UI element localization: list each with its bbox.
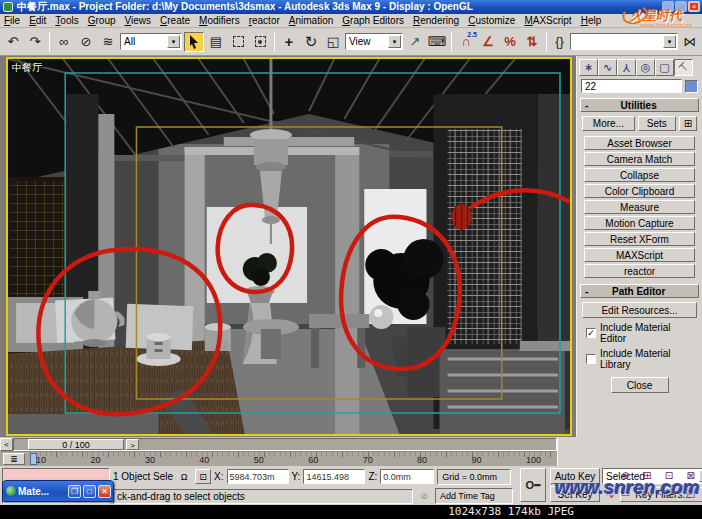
time-slider-track[interactable]: 0 / 100 > [13, 438, 557, 451]
command-panel: ∗ ∿ Y ◎ ▢ ⊤ 22 - Utilities More... Sets … [576, 56, 702, 466]
add-time-tag[interactable]: Add Time Tag [435, 488, 513, 504]
menu-create[interactable]: Create [160, 15, 190, 26]
toolbar-separator [546, 32, 547, 52]
track-bar-ticks: 1020 3040 5060 7080 90100 [36, 455, 541, 465]
set-keys-button[interactable]: O┅ [520, 468, 546, 502]
time-slider-thumb[interactable]: 0 / 100 [28, 439, 124, 450]
keyboard-shortcut-override-icon[interactable]: ⌨ [427, 32, 447, 52]
select-and-move-icon[interactable]: + [279, 32, 299, 52]
select-and-scale-icon[interactable]: ◱ [323, 32, 343, 52]
menu-views[interactable]: Views [125, 15, 152, 26]
selection-lock-icon[interactable]: Ω [176, 469, 192, 484]
y-label: Y: [292, 471, 301, 482]
asset-browser-button[interactable]: Asset Browser [584, 136, 695, 150]
tab-motion-icon[interactable]: ◎ [636, 59, 655, 76]
absolute-mode-icon[interactable]: ⊡ [195, 469, 211, 484]
undo-icon[interactable]: ↶ [3, 32, 23, 52]
motion-capture-button[interactable]: Motion Capture [584, 216, 695, 230]
utilities-rollout: - Utilities More... Sets ⊞ Asset Browser… [580, 98, 699, 281]
tab-create-icon[interactable]: ∗ [579, 59, 598, 76]
select-by-name-icon[interactable]: ▤ [206, 32, 226, 52]
unlink-selection-icon[interactable]: ⊘ [76, 32, 96, 52]
reactor-button[interactable]: reactor [584, 264, 695, 278]
menu-graph-editors[interactable]: Graph Editors [342, 15, 404, 26]
mirror-icon[interactable]: ⋈ [680, 32, 700, 52]
track-bar[interactable]: ≣ 1020 3040 5060 7080 90100 [0, 451, 557, 466]
color-clipboard-button[interactable]: Color Clipboard [584, 184, 695, 198]
window-crossing-icon[interactable] [250, 32, 270, 52]
include-material-library-label: Include Material Library [600, 348, 697, 370]
menu-maxscript[interactable]: MAXScript [524, 15, 571, 26]
chevron-down-icon: ▾ [167, 35, 180, 48]
tab-utilities-icon[interactable]: ⊤ [674, 59, 693, 76]
close-button[interactable]: Close [611, 377, 669, 393]
sets-button[interactable]: Sets [638, 116, 676, 131]
utilities-window-icon[interactable]: ⊞ [679, 116, 697, 131]
selection-filter-dropdown[interactable]: All ▾ [120, 33, 182, 50]
measure-button[interactable]: Measure [584, 200, 695, 214]
more-button[interactable]: More... [582, 116, 635, 131]
time-next-button[interactable]: > [126, 439, 139, 450]
camera-match-button[interactable]: Camera Match [584, 152, 695, 166]
x-label: X: [214, 471, 223, 482]
maximize-icon[interactable]: □ [83, 485, 96, 498]
viewport-label: 中餐厅 [12, 61, 42, 75]
menu-file[interactable]: File [4, 15, 20, 26]
menu-tools[interactable]: Tools [55, 15, 78, 26]
menu-animation[interactable]: Animation [289, 15, 333, 26]
percent-snap-icon[interactable]: % [500, 32, 520, 52]
logo-url: www.hxsd.com.cn [640, 22, 692, 28]
hxsd-logo-watermark: × 火星时代 www.hxsd.com.cn [624, 0, 702, 34]
minimized-material-editor-window[interactable]: Mate... ❐ □ ✕ [2, 480, 114, 502]
color-swatch[interactable] [685, 80, 698, 93]
menu-help[interactable]: Help [581, 15, 602, 26]
reset-xform-button[interactable]: Reset XForm [584, 232, 695, 246]
z-coordinate-field[interactable]: 0.0mm [380, 469, 434, 484]
select-object-icon[interactable] [184, 32, 204, 52]
menu-modifiers[interactable]: Modifiers [199, 15, 240, 26]
menu-edit[interactable]: Edit [29, 15, 46, 26]
y-coordinate-field[interactable]: 14615.498 [303, 469, 365, 484]
reference-coordinate-dropdown[interactable]: View ▾ [345, 33, 403, 50]
angle-snap-icon[interactable]: ∠ [478, 32, 498, 52]
panel-lower-area [557, 437, 702, 466]
select-and-link-icon[interactable]: ∞ [54, 32, 74, 52]
maxscript-button[interactable]: MAXScript [584, 248, 695, 262]
include-material-library-checkbox[interactable] [586, 354, 596, 364]
menu-rendering[interactable]: Rendering [413, 15, 459, 26]
edit-resources-button[interactable]: Edit Resources... [582, 302, 697, 318]
title-bar: 中餐厅.max - Project Folder: d:\My Document… [0, 0, 702, 14]
select-and-manipulate-icon[interactable]: ↗ [405, 32, 425, 52]
named-selection-sets-dropdown[interactable]: ▾ [570, 33, 678, 50]
snap-toggle-icon[interactable]: ∩ 2.5 [456, 32, 476, 52]
time-prev-button[interactable]: < [0, 438, 13, 451]
toolbar-separator [451, 32, 452, 52]
menu-group[interactable]: Group [88, 15, 116, 26]
menu-customize[interactable]: Customize [468, 15, 515, 26]
time-slider: < 0 / 100 > [0, 437, 557, 451]
panel-value-field[interactable]: 22 [581, 79, 682, 93]
tab-display-icon[interactable]: ▢ [655, 59, 674, 76]
app-icon [3, 2, 13, 12]
rectangular-selection-region-icon[interactable] [228, 32, 248, 52]
collapse-button[interactable]: Collapse [584, 168, 695, 182]
close-icon[interactable]: ✕ [98, 485, 111, 498]
tab-hierarchy-icon[interactable]: Y [617, 59, 636, 76]
spinner-snap-icon[interactable]: ⇅ [522, 32, 542, 52]
mini-curve-editor-icon[interactable]: ≣ [3, 453, 25, 465]
utilities-rollout-header[interactable]: - Utilities [580, 98, 699, 112]
edit-named-selection-sets-icon[interactable]: {} [551, 32, 568, 52]
include-material-editor-checkbox[interactable]: ✓ [586, 328, 596, 338]
path-editor-rollout-header[interactable]: - Path Editor [580, 284, 699, 298]
camera-viewport[interactable]: 中餐厅 [6, 57, 572, 436]
bind-to-space-warp-icon[interactable]: ≋ [98, 32, 118, 52]
selection-count: 1 Object Sele [113, 471, 173, 482]
z-label: Z: [368, 471, 377, 482]
x-coordinate-field[interactable]: 5984.703m [227, 469, 289, 484]
select-and-rotate-icon[interactable]: ↻ [301, 32, 321, 52]
menu-reactor[interactable]: reactor [249, 15, 280, 26]
restore-icon[interactable]: ❐ [68, 485, 81, 498]
window-title: 中餐厅.max - Project Folder: d:\My Document… [17, 0, 473, 14]
tab-modify-icon[interactable]: ∿ [598, 59, 617, 76]
redo-icon[interactable]: ↷ [25, 32, 45, 52]
